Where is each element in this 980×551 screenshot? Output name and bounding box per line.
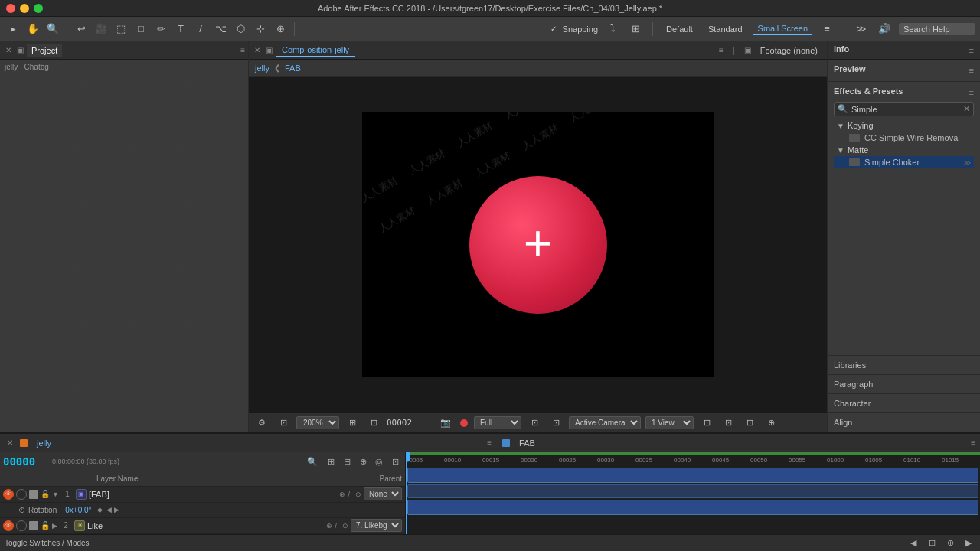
rotation-stopwatch[interactable]: ⏱ (18, 506, 26, 514)
layer1-sw1[interactable]: ⊕ (339, 491, 345, 498)
project-menu-icon[interactable]: ≡ (240, 46, 245, 54)
tl-ctrl-2[interactable]: ⊟ (340, 455, 354, 468)
tl-bottom-icon3[interactable]: ⊕ (943, 536, 957, 550)
tl-bottom-icon1[interactable]: ◀ (906, 536, 920, 550)
tl-bottom-icon2[interactable]: ⊡ (925, 536, 939, 550)
comp-extras-icon[interactable]: ⊕ (763, 415, 779, 432)
timeline-menu-icon[interactable]: ≡ (487, 439, 492, 447)
preview-menu-icon[interactable]: ≡ (969, 66, 974, 75)
region-icon[interactable]: ⬚ (113, 21, 129, 37)
pen-tool-icon[interactable]: ✏ (152, 21, 169, 37)
hand-tool-icon[interactable]: ✋ (24, 21, 41, 37)
layer2-solo-btn[interactable] (29, 521, 38, 530)
rotation-value[interactable]: 0x+0.0° (65, 506, 91, 514)
roto-icon[interactable]: ⊹ (252, 21, 269, 37)
renderer-icon[interactable]: ⊡ (741, 415, 758, 432)
workspace-standard[interactable]: Standard (704, 23, 747, 35)
composition-tab[interactable]: Composition jelly (276, 44, 355, 57)
layer2-lock-btn[interactable]: 🔓 (41, 521, 50, 530)
eraser-icon[interactable]: ⬡ (232, 21, 249, 37)
breadcrumb-jelly[interactable]: jelly (255, 64, 270, 73)
safe-margin-icon[interactable]: ⊡ (365, 415, 382, 432)
tl-ctrl-1[interactable]: ⊞ (324, 455, 338, 468)
layer1-vis-btn[interactable]: 👁 (3, 489, 14, 500)
cc-wire-removal-item[interactable]: CC Simple Wire Removal (834, 132, 974, 144)
view-select[interactable]: 1 View 2 Views 4 Views (645, 416, 694, 429)
matte-category[interactable]: ▼ Matte (834, 144, 974, 156)
timeline-bottom-bar: Toggle Switches / Modes ◀ ⊡ ⊕ ▶ (0, 534, 980, 551)
layer1-parent-select[interactable]: None (364, 487, 402, 500)
grid-icon[interactable]: ⊞ (627, 21, 644, 37)
view-options-icon[interactable]: ⊡ (698, 415, 715, 432)
breadcrumb-fab[interactable]: FAB (285, 64, 301, 73)
puppet-icon[interactable]: ⊕ (272, 21, 289, 37)
layer2-parent-select[interactable]: 7. Likebg None (351, 519, 402, 532)
timeline-fab-menu-icon[interactable]: ≡ (971, 439, 975, 447)
extend-icon[interactable]: ≫ (853, 21, 870, 37)
fast-preview-icon[interactable]: ⊡ (526, 415, 543, 432)
camera-select[interactable]: Active Camera (569, 416, 641, 429)
comp-menu-icon[interactable]: ≡ (719, 46, 724, 54)
search-input[interactable] (899, 23, 975, 35)
toggle-switches-modes[interactable]: Toggle Switches / Modes (5, 539, 90, 547)
timeline-tab-jelly[interactable]: jelly (32, 437, 56, 449)
effects-search-input[interactable]: Simple (851, 105, 960, 114)
tl-bottom-icon4[interactable]: ▶ (962, 536, 975, 550)
layer2-sw1[interactable]: ⊕ (326, 522, 332, 530)
workspace-small-screen[interactable]: Small Screen (753, 22, 812, 35)
zoom-tool-icon[interactable]: 🔍 (44, 21, 61, 37)
tl-ctrl-5[interactable]: ⊡ (388, 455, 402, 468)
type-tool-icon[interactable]: T (172, 21, 189, 37)
viewer-settings-icon[interactable]: ⚙ (253, 415, 270, 432)
playhead[interactable] (406, 452, 407, 534)
camera-icon[interactable]: 🎥 (93, 21, 109, 37)
select-tool-icon[interactable]: ▸ (5, 21, 21, 37)
comp-panel-close[interactable]: ✕ (252, 45, 263, 56)
clone-tool-icon[interactable]: ⌥ (212, 21, 229, 37)
timeline-tab-fab[interactable]: FAB (514, 437, 540, 449)
quality-select[interactable]: Full Half Quarter (474, 416, 521, 429)
effects-clear-icon[interactable]: ✕ (963, 104, 970, 114)
layer1-lock-btn[interactable]: 🔓 (41, 490, 50, 499)
layer2-vis-btn[interactable]: 👁 (3, 520, 14, 531)
layer2-sw2[interactable]: / (335, 522, 337, 530)
tl-search-icon[interactable]: 🔍 (307, 457, 318, 467)
close-button[interactable] (6, 4, 15, 13)
motion-blur-icon[interactable]: ⊡ (547, 415, 564, 432)
zoom-select[interactable]: 200% 100% 50% Fit (296, 416, 339, 429)
workspace-default[interactable]: Default (662, 23, 697, 35)
timeline-close[interactable]: ✕ (5, 438, 15, 448)
layer1-solo-btn[interactable] (29, 490, 38, 499)
window-controls[interactable] (6, 4, 43, 13)
layer1-expand[interactable]: ▼ (52, 491, 59, 498)
paint-tool-icon[interactable]: / (192, 21, 209, 37)
layer1-sw2[interactable]: / (348, 491, 350, 498)
layer2-expand[interactable]: ▶ (52, 522, 57, 530)
undo-icon[interactable]: ↩ (73, 21, 90, 37)
layer1-audio-btn[interactable] (16, 489, 27, 500)
project-tab[interactable]: Project (27, 44, 62, 57)
info-menu-icon[interactable]: ≡ (969, 46, 974, 55)
rotation-keyframe-icon[interactable]: ◆ (97, 506, 103, 514)
tl-ctrl-buttons: ⊞ ⊟ ⊕ ◎ ⊡ (324, 455, 402, 468)
rotation-nav-left[interactable]: ◀ (106, 506, 112, 514)
viewer-fit-icon[interactable]: ⊡ (275, 415, 292, 432)
comp-fit-icon[interactable]: ⊞ (344, 415, 361, 432)
snapshot-icon[interactable]: 📷 (437, 415, 454, 432)
snapping-options-icon[interactable]: ⤵ (604, 21, 621, 37)
keying-category[interactable]: ▼ Keying (834, 119, 974, 132)
tl-ctrl-4[interactable]: ◎ (372, 455, 386, 468)
workspace-menu-icon[interactable]: ≡ (818, 21, 835, 37)
layer2-audio-btn[interactable] (16, 520, 27, 531)
rect-tool-icon[interactable]: □ (132, 21, 149, 37)
left-panel-close[interactable]: ✕ (3, 45, 14, 56)
simple-choker-item[interactable]: Simple Choker ≫ (834, 156, 974, 168)
speaker-icon[interactable]: 🔊 (876, 21, 893, 37)
effects-menu-icon[interactable]: ≡ (969, 88, 974, 97)
3d-view-icon[interactable]: ⊡ (720, 415, 737, 432)
minimize-button[interactable] (20, 4, 29, 13)
footage-tab[interactable]: Footage (none) (754, 44, 824, 57)
maximize-button[interactable] (34, 4, 43, 13)
tl-ctrl-3[interactable]: ⊕ (356, 455, 370, 468)
rotation-nav-right[interactable]: ▶ (114, 506, 119, 514)
